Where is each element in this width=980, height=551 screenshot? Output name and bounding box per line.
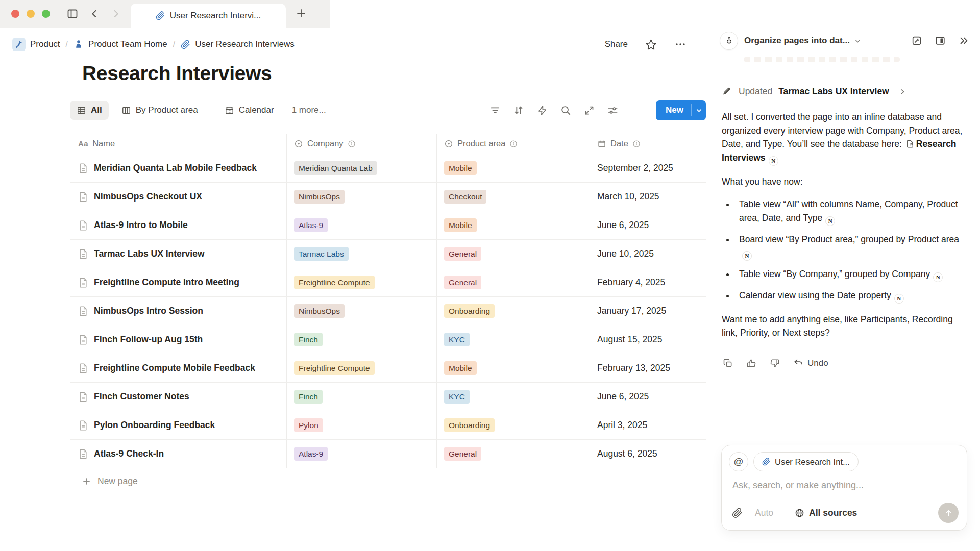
copy-icon[interactable] xyxy=(723,358,733,368)
composer-input[interactable]: Ask, search, or make anything... xyxy=(732,480,864,491)
row-product-area-cell[interactable]: KYC xyxy=(436,325,590,354)
model-auto-selector[interactable]: Auto xyxy=(755,508,773,518)
row-date-cell[interactable]: August 15, 2025 xyxy=(590,325,704,354)
view-settings-sliders-icon[interactable] xyxy=(606,104,619,117)
notion-page-badge-icon[interactable]: N xyxy=(933,272,943,282)
row-product-area-cell[interactable]: General xyxy=(436,440,590,468)
row-date-cell[interactable]: June 10, 2025 xyxy=(590,240,704,268)
row-name-cell[interactable]: Pylon Onboarding Feedback xyxy=(70,411,286,439)
column-header-company[interactable]: Company xyxy=(286,134,436,154)
row-product-area-cell[interactable]: Mobile xyxy=(436,211,590,239)
table-row[interactable]: Meridian Quanta Lab Mobile FeedbackMerid… xyxy=(70,154,706,183)
sort-icon[interactable] xyxy=(512,104,525,117)
more-options-icon[interactable] xyxy=(674,38,687,51)
view-tab-by-product-area[interactable]: By Product area xyxy=(115,101,205,120)
undo-button[interactable]: Undo xyxy=(793,358,828,368)
ai-thread-title[interactable]: Organize pages into dat... xyxy=(744,36,850,46)
thumbs-up-icon[interactable] xyxy=(746,358,756,368)
toggle-sidebar-icon[interactable] xyxy=(66,8,79,20)
table-row[interactable]: Finch Customer NotesFinchKYCJune 6, 2025 xyxy=(70,383,706,411)
row-date-cell[interactable]: September 2, 2025 xyxy=(590,154,704,182)
minimize-window-button[interactable] xyxy=(27,10,35,18)
table-row[interactable]: Freightline Compute Intro MeetingFreight… xyxy=(70,268,706,297)
row-date-cell[interactable]: March 10, 2025 xyxy=(590,183,704,211)
row-name-cell[interactable]: Atlas-9 Check-In xyxy=(70,440,286,468)
new-dropdown-chevron-icon[interactable] xyxy=(692,107,706,114)
row-product-area-cell[interactable]: General xyxy=(436,268,590,296)
column-header-product-area[interactable]: Product area xyxy=(436,134,590,154)
row-product-area-cell[interactable]: Onboarding xyxy=(436,411,590,439)
row-name-cell[interactable]: Atlas-9 Intro to Mobile xyxy=(70,211,286,239)
attach-paperclip-icon[interactable] xyxy=(732,508,743,518)
row-company-cell[interactable]: Tarmac Labs xyxy=(286,240,436,268)
row-product-area-cell[interactable]: General xyxy=(436,240,590,268)
row-name-cell[interactable]: Finch Customer Notes xyxy=(70,383,286,411)
chevron-down-icon[interactable] xyxy=(854,37,862,45)
row-date-cell[interactable]: June 6, 2025 xyxy=(590,211,704,239)
more-views-button[interactable]: 1 more... xyxy=(292,105,326,115)
row-product-area-cell[interactable]: Mobile xyxy=(436,354,590,382)
filter-icon[interactable] xyxy=(488,104,502,117)
row-product-area-cell[interactable]: KYC xyxy=(436,383,590,411)
row-company-cell[interactable]: Finch xyxy=(286,325,436,354)
search-icon[interactable] xyxy=(559,104,572,117)
back-icon[interactable] xyxy=(89,8,100,19)
row-company-cell[interactable]: Atlas-9 xyxy=(286,440,436,468)
row-date-cell[interactable]: April 3, 2025 xyxy=(590,411,704,439)
new-page-button[interactable]: New page xyxy=(82,468,706,494)
row-date-cell[interactable]: August 6, 2025 xyxy=(590,440,704,468)
row-date-cell[interactable]: June 6, 2025 xyxy=(590,383,704,411)
expand-icon[interactable] xyxy=(582,104,596,117)
column-header-name[interactable]: Aa Name xyxy=(70,134,286,154)
row-product-area-cell[interactable]: Mobile xyxy=(436,154,590,182)
breadcrumb-item-product[interactable]: Product xyxy=(12,38,60,51)
row-company-cell[interactable]: Finch xyxy=(286,383,436,411)
row-name-cell[interactable]: Freightline Compute Mobile Feedback xyxy=(70,354,286,382)
row-company-cell[interactable]: Freightline Compute xyxy=(286,354,436,382)
row-company-cell[interactable]: Atlas-9 xyxy=(286,211,436,239)
notion-page-badge-icon[interactable]: N xyxy=(769,156,778,166)
row-company-cell[interactable]: Pylon xyxy=(286,411,436,439)
breadcrumb-item-team-home[interactable]: Product Team Home xyxy=(74,39,167,49)
row-product-area-cell[interactable]: Checkout xyxy=(436,183,590,211)
row-company-cell[interactable]: Meridian Quanta Lab xyxy=(286,154,436,182)
row-company-cell[interactable]: Freightline Compute xyxy=(286,268,436,296)
table-row[interactable]: Finch Follow-up Aug 15thFinchKYCAugust 1… xyxy=(70,325,706,354)
thumbs-down-icon[interactable] xyxy=(770,358,780,368)
row-name-cell[interactable]: Freightline Compute Intro Meeting xyxy=(70,268,286,296)
row-product-area-cell[interactable]: Onboarding xyxy=(436,297,590,325)
row-name-cell[interactable]: NimbusOps Checkout UX xyxy=(70,183,286,211)
all-sources-selector[interactable]: All sources xyxy=(795,508,857,518)
automation-lightning-icon[interactable] xyxy=(535,104,549,117)
row-date-cell[interactable]: February 4, 2025 xyxy=(590,268,704,296)
table-row[interactable]: Tarmac Labs UX InterviewTarmac LabsGener… xyxy=(70,240,706,268)
notion-page-badge-icon[interactable]: N xyxy=(742,251,752,261)
row-name-cell[interactable]: NimbusOps Intro Session xyxy=(70,297,286,325)
row-company-cell[interactable]: NimbusOps xyxy=(286,183,436,211)
row-company-cell[interactable]: NimbusOps xyxy=(286,297,436,325)
row-name-cell[interactable]: Tarmac Labs UX Interview xyxy=(70,240,286,268)
ai-updated-page-row[interactable]: Updated Tarmac Labs UX Interview xyxy=(722,86,906,97)
forward-icon[interactable] xyxy=(110,8,121,19)
favorite-star-icon[interactable] xyxy=(645,39,657,51)
send-button[interactable] xyxy=(938,503,959,523)
view-tab-calendar[interactable]: Calendar xyxy=(218,101,281,120)
share-button[interactable]: Share xyxy=(605,39,628,49)
notion-page-badge-icon[interactable]: N xyxy=(825,216,835,226)
table-row[interactable]: Atlas-9 Intro to MobileAtlas-9MobileJune… xyxy=(70,211,706,240)
table-row[interactable]: Pylon Onboarding FeedbackPylonOnboarding… xyxy=(70,411,706,440)
table-row[interactable]: Atlas-9 Check-InAtlas-9GeneralAugust 6, … xyxy=(70,440,706,468)
table-row[interactable]: Freightline Compute Mobile FeedbackFreig… xyxy=(70,354,706,383)
ai-composer[interactable]: @ User Research Int... Ask, search, or m… xyxy=(721,445,967,531)
new-button[interactable]: New xyxy=(656,100,706,120)
new-chat-compose-icon[interactable] xyxy=(911,35,922,46)
notion-page-badge-icon[interactable]: N xyxy=(894,294,904,304)
collapse-panel-chevrons-icon[interactable] xyxy=(958,35,969,46)
table-row[interactable]: NimbusOps Intro SessionNimbusOpsOnboardi… xyxy=(70,297,706,325)
row-date-cell[interactable]: January 17, 2025 xyxy=(590,297,704,325)
view-tab-all[interactable]: All xyxy=(70,101,109,120)
row-name-cell[interactable]: Finch Follow-up Aug 15th xyxy=(70,325,286,354)
close-window-button[interactable] xyxy=(11,10,19,18)
mention-at-button[interactable]: @ xyxy=(729,452,748,471)
row-name-cell[interactable]: Meridian Quanta Lab Mobile Feedback xyxy=(70,154,286,182)
